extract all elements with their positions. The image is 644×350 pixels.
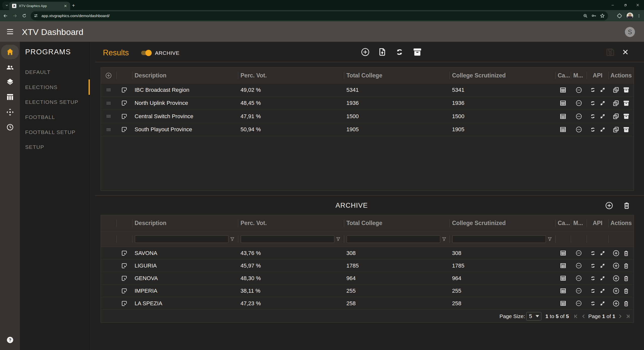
sidebar-item-football[interactable]: FOOTBALL [25,114,86,120]
select-window-icon[interactable] [121,250,128,256]
plug-icon[interactable] [599,87,606,93]
column-header-api[interactable]: API [587,68,609,83]
copy-icon[interactable] [613,113,619,120]
drag-handle-icon[interactable] [106,102,111,105]
url-bar[interactable]: app.xtvgraphics.com/demo/dashboard/ [31,11,608,20]
drag-handle-icon[interactable] [106,115,111,118]
perc-vot-filter-input[interactable] [241,235,334,243]
select-window-icon[interactable] [121,288,128,294]
grid-icon[interactable] [560,262,566,269]
grid-icon[interactable] [560,300,566,307]
zoom-icon[interactable] [583,13,588,18]
copy-icon[interactable] [613,86,619,93]
close-tab-icon[interactable]: ✕ [63,4,68,8]
archive-box-icon[interactable] [413,47,422,57]
add-circle-icon[interactable] [605,202,613,209]
new-tab-button[interactable]: + [70,3,77,9]
archive-toggle[interactable] [141,51,152,55]
forward-button[interactable] [11,10,19,21]
sidebar-item-football-setup[interactable]: FOOTBALL SETUP [25,129,86,135]
masked-circle-icon[interactable] [576,113,582,120]
column-header-m[interactable]: M... [571,215,587,231]
puzzle-icon[interactable] [617,13,622,18]
column-header-actions[interactable]: Actions [609,215,634,231]
plug-icon[interactable] [599,250,606,256]
masked-circle-icon[interactable] [576,87,582,93]
funnel-icon[interactable] [230,237,234,241]
select-window-icon[interactable] [121,300,128,307]
kebab-icon[interactable] [637,14,641,18]
add-circle-icon[interactable] [613,250,619,256]
funnel-icon[interactable] [548,237,552,241]
sidebar-item-elections[interactable]: ELECTIONS [25,84,86,90]
sync-icon[interactable] [590,288,596,294]
column-header-total-college[interactable]: Total College [344,215,450,231]
trash-icon[interactable] [623,275,629,282]
last-page-button[interactable] [625,314,631,319]
funnel-icon[interactable] [442,237,446,241]
column-header-api[interactable]: API [587,215,609,231]
sync-icon[interactable] [590,300,596,307]
rail-item-users[interactable] [0,60,20,74]
sidebar-item-elections-setup[interactable]: ELECTIONS SETUP [25,99,86,105]
first-page-button[interactable] [573,314,579,319]
table-row[interactable]: North Uplink Province 48,45 % 1936 1936 [101,97,634,110]
plug-icon[interactable] [599,263,606,269]
close-icon[interactable] [622,49,629,56]
key-icon[interactable] [591,13,596,18]
column-header-college-scrutinized[interactable]: College Scrutinized [450,215,555,231]
sidebar-item-default[interactable]: DEFAULT [25,69,86,75]
trash-icon[interactable] [623,300,629,307]
drag-handle-icon[interactable] [106,88,111,92]
select-window-icon[interactable] [121,87,128,93]
column-header-perc-vot[interactable]: Perc. Vot. [238,215,344,231]
column-header-ca[interactable]: Ca... [555,68,571,83]
select-window-icon[interactable] [121,100,128,106]
funnel-icon[interactable] [336,237,340,241]
select-window-icon[interactable] [121,113,128,120]
archive-box-icon[interactable] [623,100,630,107]
sync-icon[interactable] [590,275,596,281]
add-circle-icon[interactable] [361,48,370,56]
sidebar-item-setup[interactable]: SETUP [25,144,86,150]
prev-page-button[interactable] [581,314,586,319]
column-header-description[interactable]: Description [132,215,238,231]
masked-circle-icon[interactable] [576,262,582,269]
rail-item-history[interactable] [0,120,20,134]
masked-circle-icon[interactable] [576,126,582,133]
save-icon[interactable] [606,48,615,57]
table-row[interactable]: LIGURIA 45,97 % 1785 1785 [101,259,634,272]
table-row[interactable]: GENOVA 48,30 % 964 964 [101,272,634,284]
archive-box-icon[interactable] [623,113,630,120]
browser-tab[interactable]: X XTV Graphics App ✕ [9,2,70,10]
grid-icon[interactable] [560,113,566,120]
rail-item-tables[interactable] [0,90,20,104]
profile-avatar[interactable] [626,12,633,19]
select-window-icon[interactable] [121,275,128,282]
sync-icon[interactable] [590,87,596,93]
trash-icon[interactable] [623,262,629,269]
help-button[interactable]: ? [6,336,14,344]
plug-icon[interactable] [599,275,606,281]
add-circle-icon[interactable] [105,72,112,79]
grid-icon[interactable] [560,275,566,281]
college-scrutinized-filter-input[interactable] [452,235,546,243]
add-circle-icon[interactable] [613,300,619,307]
sync-icon[interactable] [590,113,596,119]
file-upload-icon[interactable] [378,48,386,56]
copy-icon[interactable] [613,100,619,107]
sync-icon[interactable] [590,100,596,106]
total-college-filter-input[interactable] [347,235,440,243]
plug-icon[interactable] [599,100,606,106]
masked-circle-icon[interactable] [576,275,582,281]
copy-icon[interactable] [613,126,619,133]
table-row[interactable]: IMPERIA 38,11 % 255 255 [101,284,634,297]
masked-circle-icon[interactable] [576,300,582,307]
select-window-icon[interactable] [121,126,128,133]
rail-item-home[interactable] [0,45,20,59]
user-avatar[interactable]: S [625,27,635,37]
grid-icon[interactable] [560,250,566,256]
add-circle-icon[interactable] [613,275,619,282]
back-button[interactable] [1,10,10,21]
masked-circle-icon[interactable] [576,250,582,256]
